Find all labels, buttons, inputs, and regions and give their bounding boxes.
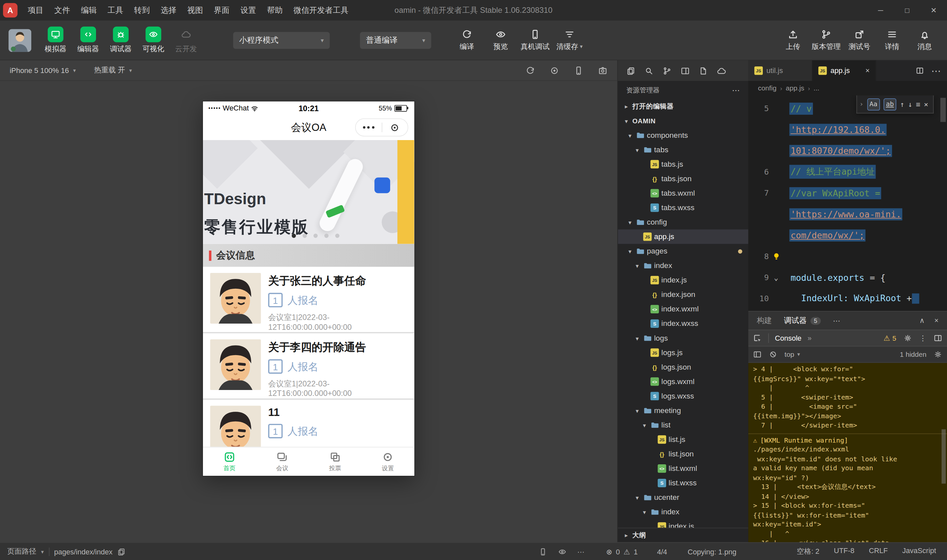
more-icon[interactable]: ⋯ [577,547,585,556]
action-版本管理[interactable]: 版本管理 [812,29,841,52]
toolbar-button-调试器[interactable]: 调试器 [105,26,136,54]
refresh-icon[interactable] [525,65,535,75]
tree-item-index[interactable]: ▾index [618,505,748,519]
tree-item-config[interactable]: ▾config [618,215,748,229]
tree-item-pages[interactable]: ▾pages [618,244,748,258]
tree-item-logs.json[interactable]: {}logs.json [618,360,748,374]
context-select[interactable]: top ▾ [784,351,800,358]
meeting-list-item[interactable]: 111人报名 [203,400,414,446]
tree-item-index.js[interactable]: JSindex.js [618,273,748,288]
minimize-button[interactable]: ─ [867,0,894,20]
menu-item[interactable]: 工具 [102,0,129,20]
fold-icon[interactable]: ⌄ [769,273,783,282]
action-消息[interactable]: 消息 [911,29,938,52]
breadcrumb-item[interactable]: config [758,85,776,92]
close-button[interactable]: ✕ [920,0,947,20]
inspect-icon[interactable] [753,334,762,343]
toolbar-button-云开发[interactable]: 云开发 [170,26,202,54]
explorer-icon[interactable] [626,66,636,75]
collapse-panel-icon[interactable]: ∧ [919,316,925,325]
dock-panel-icon[interactable] [934,334,942,342]
maximize-button[interactable]: □ [894,0,920,20]
exit-capsule-button[interactable] [382,122,408,132]
menu-item[interactable]: 视图 [182,0,209,20]
record-icon[interactable] [550,65,559,75]
tab-投票[interactable]: 投票 [308,448,362,476]
close-icon[interactable]: × [924,100,928,109]
search-icon[interactable] [644,66,654,75]
toolbar-button-模拟器[interactable]: 模拟器 [40,26,71,54]
tree-item-index.json[interactable]: {}index.json [618,288,748,302]
tab-设置[interactable]: 设置 [362,448,414,476]
editor-scrollbar[interactable] [941,98,946,122]
action-清缓存[interactable]: 清缓存▾ [556,29,583,52]
device-icon[interactable] [539,547,547,556]
menu-item[interactable]: 项目 [22,0,49,20]
toolbar-button-编辑器[interactable]: 编辑器 [72,26,104,54]
screenshot-icon[interactable] [598,65,608,75]
match-case-toggle[interactable]: Aa [867,98,880,110]
warning-count[interactable]: ⚠5 [884,334,896,342]
outline-section[interactable]: ▸ 大纲 [618,528,748,542]
more-menu-button[interactable] [356,126,381,129]
lightbulb-icon[interactable] [771,252,781,261]
rotate-device-icon[interactable] [574,65,583,75]
whole-word-toggle[interactable]: ab [884,98,896,110]
console-settings-icon[interactable] [934,350,942,359]
console-sidebar-icon[interactable] [753,350,762,359]
settings-gear-icon[interactable] [904,334,912,342]
tree-item-list.wxml[interactable]: <>list.wxml [618,462,748,476]
tree-item-list.json[interactable]: {}list.json [618,447,748,462]
tree-item-components[interactable]: ▾components [618,128,748,142]
tree-item-tabs.json[interactable]: {}tabs.json [618,171,748,186]
menu-item[interactable]: 微信开发者工具 [288,0,354,20]
meeting-list-item[interactable]: 关于张三的人事任命1人报名会议室1|2022-03-12T16:00:00.00… [203,267,414,334]
copy-path-icon[interactable] [117,547,126,556]
menu-item[interactable]: 编辑 [75,0,102,20]
status-item[interactable]: 空格: 2 [797,546,819,557]
console-output[interactable]: > 4 | <block wx:for="{{imgSrcs}}" wx:key… [748,363,947,542]
action-上传[interactable]: 上传 [779,29,807,52]
tree-item-logs[interactable]: ▾logs [618,331,748,345]
console-scrollbar[interactable] [941,429,946,483]
tree-item-index.wxss[interactable]: Sindex.wxss [618,316,748,331]
tab-会议[interactable]: 会议 [256,448,309,476]
status-item[interactable]: JavaScript [902,546,936,557]
hot-reload-toggle[interactable]: 热重载 开 ▾ [94,65,132,75]
tree-item-logs.wxss[interactable]: Slogs.wxss [618,389,748,403]
menu-item[interactable]: 界面 [208,0,235,20]
banner-carousel[interactable]: TDesign 零售行业模版 [203,140,414,244]
meeting-list-item[interactable]: 关于李四的开除通告1人报名会议室1|2022-03-12T16:00:00.00… [203,334,414,400]
menu-item[interactable]: 帮助 [262,0,288,20]
menu-item[interactable]: 选择 [155,0,182,20]
tab-首页[interactable]: 首页 [203,448,256,476]
more-options-icon[interactable]: ⋮ [919,334,927,342]
device-select[interactable]: iPhone 5 100% 16 ▾ [9,66,75,75]
tree-item-app.js[interactable]: JSapp.js [618,229,748,244]
clear-console-icon[interactable] [769,350,777,359]
tree-item-tabs.wxss[interactable]: Stabs.wxss [618,201,748,215]
tree-item-logs.js[interactable]: JSlogs.js [618,345,748,360]
project-root-section[interactable]: ▾ OAMIN [618,114,748,128]
tree-item-logs.wxml[interactable]: <>logs.wxml [618,374,748,389]
editor-tab-app.js[interactable]: JSapp.js× [813,60,877,81]
tree-item-list.wxss[interactable]: Slist.wxss [618,476,748,490]
tree-item-ucenter[interactable]: ▾ucenter [618,490,748,505]
console-tab[interactable]: Console [775,334,802,342]
close-panel-icon[interactable]: × [934,316,938,325]
breadcrumb-item[interactable]: app.js [786,85,804,92]
menu-item[interactable]: 设置 [235,0,262,20]
action-详情[interactable]: 详情 [878,29,906,52]
find-in-selection-icon[interactable]: ≡ [916,100,920,109]
explorer-more-icon[interactable]: ⋯ [732,86,740,95]
cloud-icon[interactable] [717,66,726,75]
problem-counts[interactable]: ⊗ 0 ⚠ 1 [606,547,638,556]
preview-icon[interactable] [558,547,567,556]
tree-item-tabs[interactable]: ▾tabs [618,142,748,157]
menu-item[interactable]: 转到 [129,0,155,20]
panel-layout-icon[interactable] [681,66,690,75]
source-control-icon[interactable] [662,66,672,75]
status-item[interactable]: UTF-8 [834,546,854,557]
panel-tab-构建[interactable]: 构建 [757,315,772,326]
tree-item-tabs.js[interactable]: JStabs.js [618,157,748,171]
